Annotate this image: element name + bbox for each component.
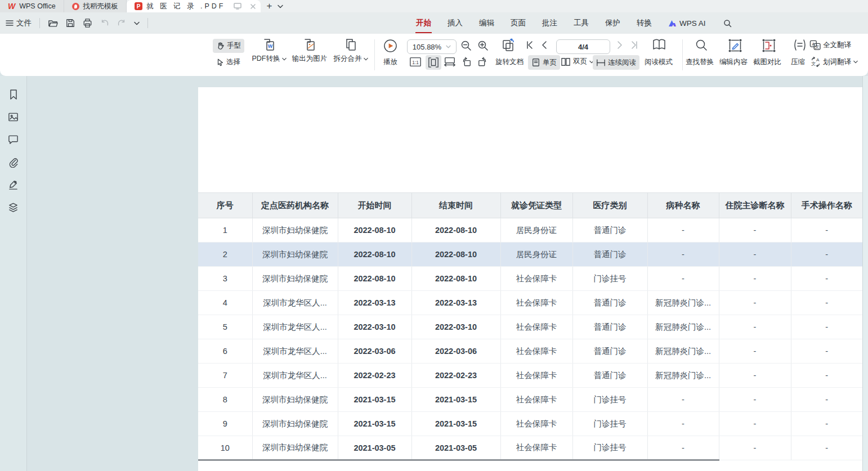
split-merge-button[interactable]: 拆分合并 <box>332 38 369 64</box>
column-header: 定点医药机构名称 <box>252 193 338 218</box>
table-row[interactable]: 8深圳市妇幼保健院2021-03-152021-03-15社会保障卡门诊挂号--… <box>198 388 862 412</box>
table-cell: 2022-08-10 <box>411 243 500 267</box>
menu-tab-wps-ai[interactable]: WPS AI <box>668 18 706 29</box>
bookmark-icon[interactable] <box>7 88 20 101</box>
hand-tool-button[interactable]: 手型 <box>213 39 244 53</box>
table-header-row: 序号定点医药机构名称开始时间结束时间就诊凭证类型医疗类别病种名称住院主诊断名称手… <box>198 193 862 218</box>
signature-icon[interactable] <box>7 178 20 191</box>
menu-tab-edit[interactable]: 编辑 <box>478 17 495 29</box>
fit-page-button[interactable] <box>426 55 441 70</box>
table-cell: 深圳市龙华区人... <box>252 291 338 315</box>
rotate-pages-icon[interactable] <box>501 38 516 53</box>
menu-tab-home[interactable]: 开始 <box>415 17 432 29</box>
compress-label[interactable]: 压缩 <box>791 57 805 67</box>
actual-size-button[interactable]: 1:1 <box>409 56 422 68</box>
quickbar-chevron-icon[interactable] <box>134 21 140 25</box>
close-tab-icon[interactable] <box>250 3 256 10</box>
menu-tab-insert[interactable]: 插入 <box>447 17 463 29</box>
double-page-button[interactable]: 双页 <box>561 57 594 66</box>
screenshot-compare-icon[interactable] <box>762 39 776 52</box>
rotate-left-button[interactable] <box>460 56 472 67</box>
find-replace-label[interactable]: 查找替换 <box>686 57 714 67</box>
table-cell: 门诊挂号 <box>572 267 647 291</box>
zoom-out-button[interactable] <box>460 40 472 51</box>
word-translate-button[interactable]: 文A 划词翻译 <box>811 57 858 67</box>
rotate-document-label[interactable]: 旋转文档 <box>495 57 524 67</box>
divider <box>374 39 375 70</box>
open-file-icon[interactable] <box>48 19 58 28</box>
zoom-in-icon <box>477 40 489 51</box>
table-row[interactable]: 1深圳市妇幼保健院2022-08-102022-08-10居民身份证普通门诊--… <box>198 218 862 243</box>
svg-text:1:1: 1:1 <box>412 60 419 65</box>
attachment-icon[interactable] <box>7 156 20 168</box>
fit-width-button[interactable] <box>444 56 456 66</box>
table-cell: 深圳市妇幼保健院 <box>252 388 338 412</box>
prev-page-button[interactable] <box>542 41 547 49</box>
play-button[interactable] <box>383 39 397 53</box>
table-row[interactable]: 9深圳市妇幼保健院2021-03-152021-03-15社会保障卡门诊挂号--… <box>198 412 862 436</box>
print-icon[interactable] <box>83 19 92 28</box>
table-row[interactable]: 10深圳市妇幼保健院2021-03-052021-03-05社会保障卡门诊挂号-… <box>198 436 862 460</box>
read-mode-icon[interactable] <box>652 38 666 52</box>
file-menu-button[interactable]: 文件 <box>6 18 32 28</box>
zoom-level-select[interactable]: 105.88% <box>407 39 457 54</box>
tab-document-pdf[interactable]: P 就 医 记 录 .PDF <box>127 0 261 12</box>
comment-icon[interactable] <box>7 133 20 146</box>
present-monitor-icon[interactable] <box>234 3 241 10</box>
menu-tab-tools[interactable]: 工具 <box>573 17 589 29</box>
table-cell: 普通门诊 <box>572 218 647 243</box>
table-cell: 社会保障卡 <box>500 436 572 460</box>
table-cell: 10 <box>198 436 252 460</box>
undo-icon[interactable] <box>100 19 109 27</box>
table-row[interactable]: 7深圳市龙华区人...2022-02-232022-02-23社会保障卡普通门诊… <box>198 364 862 388</box>
table-cell: - <box>791 315 862 339</box>
vertical-scrollbar[interactable] <box>862 76 868 471</box>
next-page-button[interactable] <box>617 41 623 49</box>
save-icon[interactable] <box>66 19 75 28</box>
edit-content-icon[interactable] <box>728 39 742 52</box>
menu-tab-annotate[interactable]: 批注 <box>542 17 558 29</box>
select-tool-button[interactable]: 选择 <box>213 55 244 69</box>
table-cell: - <box>791 436 862 460</box>
table-row[interactable]: 5深圳市龙华区人...2022-03-102022-03-10社会保障卡普通门诊… <box>198 315 862 339</box>
new-tab-button[interactable]: + <box>266 1 272 12</box>
first-page-button[interactable] <box>526 41 534 49</box>
find-replace-icon[interactable] <box>695 39 708 51</box>
table-row[interactable]: 3深圳市妇幼保健院2022-08-102022-08-10社会保障卡门诊挂号--… <box>198 267 862 291</box>
page-indicator-input[interactable]: 4/4 <box>556 39 610 54</box>
thumbnails-icon[interactable] <box>7 111 20 123</box>
menu-tab-convert[interactable]: 转换 <box>636 17 652 29</box>
screenshot-compare-label[interactable]: 截图对比 <box>753 57 781 67</box>
tab-docer-templates[interactable]: 找稻壳模板 <box>64 0 127 12</box>
table-row[interactable]: 2深圳市妇幼保健院2022-08-102022-08-10居民身份证普通门诊--… <box>198 243 862 267</box>
table-cell: 普通门诊 <box>572 339 647 364</box>
full-translate-button[interactable]: A文 全文翻译 <box>809 40 851 50</box>
table-row[interactable]: 6深圳市龙华区人...2022-03-062022-03-06社会保障卡普通门诊… <box>198 339 862 364</box>
table-cell: 新冠肺炎门诊... <box>647 364 719 388</box>
edit-content-label[interactable]: 编辑内容 <box>719 57 748 67</box>
table-cell: 8 <box>198 388 252 412</box>
tab-wps-office[interactable]: W WPS Office <box>0 0 64 12</box>
menu-tab-protect[interactable]: 保护 <box>605 17 621 29</box>
table-cell: - <box>791 388 862 412</box>
export-image-button[interactable]: 输出为图片 <box>290 38 329 64</box>
continuous-read-button[interactable]: 连续阅读 <box>593 55 639 70</box>
compress-icon[interactable] <box>793 39 807 51</box>
menu-tab-page[interactable]: 页面 <box>510 17 526 29</box>
toolbar: 手型 选择 W PDF转换 输出为图片 拆分合并 播放 105.88% 1:1 <box>0 34 868 76</box>
table-row[interactable]: 4深圳市龙华区人...2022-03-132022-03-13社会保障卡普通门诊… <box>198 291 862 315</box>
redo-icon[interactable] <box>117 19 126 27</box>
read-mode-label[interactable]: 阅读模式 <box>645 57 673 67</box>
menu-search-icon[interactable] <box>723 18 732 29</box>
table-cell: 普通门诊 <box>572 315 647 339</box>
table-cell: - <box>719 436 791 460</box>
table-cell: 深圳市妇幼保健院 <box>252 243 338 267</box>
rotate-right-button[interactable] <box>477 56 489 67</box>
tab-list-chevron-icon[interactable] <box>278 5 283 8</box>
layers-icon[interactable] <box>7 201 20 213</box>
table-cell: - <box>647 267 719 291</box>
zoom-in-button[interactable] <box>477 40 489 51</box>
last-page-button[interactable] <box>630 41 638 49</box>
pdf-convert-button[interactable]: W PDF转换 <box>249 38 289 64</box>
single-page-button[interactable]: 单页 <box>528 55 560 70</box>
